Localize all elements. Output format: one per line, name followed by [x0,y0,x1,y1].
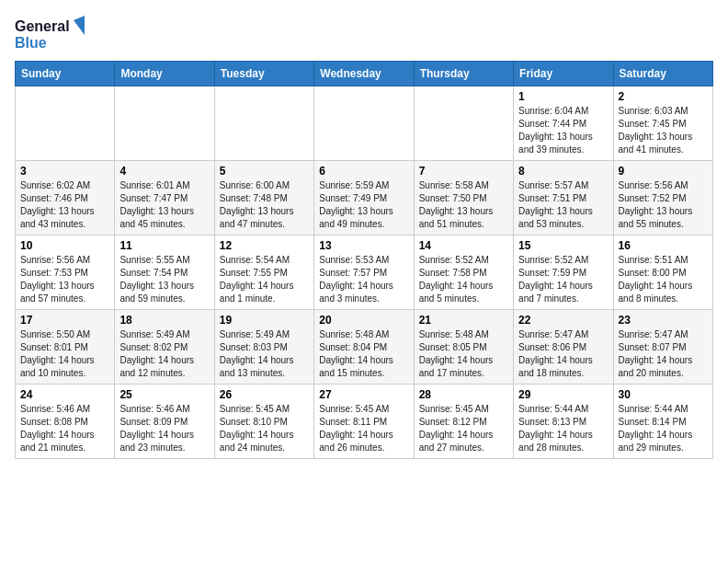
weekday-header-tuesday: Tuesday [214,62,313,86]
calendar-cell: 1Sunrise: 6:04 AMSunset: 7:44 PMDaylight… [514,86,613,161]
calendar-cell: 21Sunrise: 5:48 AMSunset: 8:05 PMDayligh… [414,310,513,385]
calendar-cell: 22Sunrise: 5:47 AMSunset: 8:06 PMDayligh… [514,310,613,385]
svg-marker-2 [74,16,85,35]
calendar-week-2: 3Sunrise: 6:02 AMSunset: 7:46 PMDaylight… [16,161,713,236]
day-info: Sunrise: 6:00 AMSunset: 7:48 PMDaylight:… [220,179,309,231]
day-info: Sunrise: 6:04 AMSunset: 7:44 PMDaylight:… [518,105,608,156]
day-info: Sunrise: 5:45 AMSunset: 8:12 PMDaylight:… [419,403,508,454]
day-number: 28 [419,388,508,401]
day-number: 18 [119,314,209,327]
calendar-cell: 17Sunrise: 5:50 AMSunset: 8:01 PMDayligh… [16,310,115,385]
day-info: Sunrise: 5:47 AMSunset: 8:06 PMDaylight:… [518,328,608,380]
calendar-week-5: 24Sunrise: 5:46 AMSunset: 8:08 PMDayligh… [16,385,713,459]
weekday-header-wednesday: Wednesday [314,62,414,86]
calendar-cell: 26Sunrise: 5:45 AMSunset: 8:10 PMDayligh… [214,385,313,459]
day-number: 17 [20,314,109,327]
day-info: Sunrise: 5:49 AMSunset: 8:02 PMDaylight:… [119,328,209,380]
day-info: Sunrise: 5:45 AMSunset: 8:10 PMDaylight:… [220,403,309,454]
calendar-cell: 7Sunrise: 5:58 AMSunset: 7:50 PMDaylight… [414,161,513,236]
day-info: Sunrise: 5:45 AMSunset: 8:11 PMDaylight:… [319,403,408,454]
day-info: Sunrise: 5:49 AMSunset: 8:03 PMDaylight:… [220,328,309,380]
weekday-header-sunday: Sunday [16,62,115,86]
calendar-cell: 12Sunrise: 5:54 AMSunset: 7:55 PMDayligh… [214,236,313,310]
calendar-week-3: 10Sunrise: 5:56 AMSunset: 7:53 PMDayligh… [16,236,713,310]
calendar-cell: 8Sunrise: 5:57 AMSunset: 7:51 PMDaylight… [514,161,613,236]
day-info: Sunrise: 5:48 AMSunset: 8:04 PMDaylight:… [319,328,408,380]
day-number: 26 [220,388,309,401]
day-number: 5 [220,165,309,178]
weekday-row: SundayMondayTuesdayWednesdayThursdayFrid… [16,62,713,86]
day-info: Sunrise: 5:57 AMSunset: 7:51 PMDaylight:… [518,179,608,231]
weekday-header-monday: Monday [115,62,214,86]
weekday-header-friday: Friday [514,62,613,86]
calendar-week-4: 17Sunrise: 5:50 AMSunset: 8:01 PMDayligh… [16,310,713,385]
calendar-cell: 10Sunrise: 5:56 AMSunset: 7:53 PMDayligh… [16,236,115,310]
day-info: Sunrise: 5:58 AMSunset: 7:50 PMDaylight:… [419,179,508,231]
calendar-cell: 2Sunrise: 6:03 AMSunset: 7:45 PMDaylight… [613,86,712,161]
day-number: 12 [220,239,309,252]
calendar-cell: 16Sunrise: 5:51 AMSunset: 8:00 PMDayligh… [613,236,712,310]
svg-text:General: General [15,18,70,34]
day-number: 2 [619,90,708,103]
day-number: 15 [518,239,608,252]
weekday-header-saturday: Saturday [613,62,712,86]
day-info: Sunrise: 5:44 AMSunset: 8:14 PMDaylight:… [619,403,708,454]
day-number: 1 [518,90,608,103]
calendar-cell: 3Sunrise: 6:02 AMSunset: 7:46 PMDaylight… [16,161,115,236]
day-number: 25 [119,388,209,401]
calendar-cell: 15Sunrise: 5:52 AMSunset: 7:59 PMDayligh… [514,236,613,310]
day-number: 14 [419,239,508,252]
calendar-cell [314,86,414,161]
day-number: 29 [518,388,608,401]
day-number: 3 [20,165,109,178]
calendar-cell [214,86,313,161]
calendar-week-1: 1Sunrise: 6:04 AMSunset: 7:44 PMDaylight… [16,86,713,161]
day-info: Sunrise: 5:56 AMSunset: 7:52 PMDaylight:… [619,179,708,231]
day-number: 22 [518,314,608,327]
day-info: Sunrise: 6:01 AMSunset: 7:47 PMDaylight:… [119,179,209,231]
calendar-cell: 23Sunrise: 5:47 AMSunset: 8:07 PMDayligh… [613,310,712,385]
day-number: 13 [319,239,408,252]
day-info: Sunrise: 5:46 AMSunset: 8:08 PMDaylight:… [20,403,109,454]
calendar-cell: 14Sunrise: 5:52 AMSunset: 7:58 PMDayligh… [414,236,513,310]
day-info: Sunrise: 5:56 AMSunset: 7:53 PMDaylight:… [20,254,109,305]
calendar-cell: 27Sunrise: 5:45 AMSunset: 8:11 PMDayligh… [314,385,414,459]
calendar-cell: 19Sunrise: 5:49 AMSunset: 8:03 PMDayligh… [214,310,313,385]
day-info: Sunrise: 5:54 AMSunset: 7:55 PMDaylight:… [220,254,309,305]
calendar-cell: 11Sunrise: 5:55 AMSunset: 7:54 PMDayligh… [115,236,214,310]
day-info: Sunrise: 5:52 AMSunset: 7:59 PMDaylight:… [518,254,608,305]
calendar-header: SundayMondayTuesdayWednesdayThursdayFrid… [16,62,713,86]
calendar-cell: 20Sunrise: 5:48 AMSunset: 8:04 PMDayligh… [314,310,414,385]
calendar-cell [16,86,115,161]
day-info: Sunrise: 5:47 AMSunset: 8:07 PMDaylight:… [619,328,708,380]
calendar-cell: 24Sunrise: 5:46 AMSunset: 8:08 PMDayligh… [16,385,115,459]
day-info: Sunrise: 5:51 AMSunset: 8:00 PMDaylight:… [619,254,708,305]
day-number: 9 [619,165,708,178]
day-info: Sunrise: 5:53 AMSunset: 7:57 PMDaylight:… [319,254,408,305]
calendar-cell [414,86,513,161]
calendar-cell: 18Sunrise: 5:49 AMSunset: 8:02 PMDayligh… [115,310,214,385]
day-number: 20 [319,314,408,327]
day-number: 19 [220,314,309,327]
day-number: 10 [20,239,109,252]
calendar-cell: 6Sunrise: 5:59 AMSunset: 7:49 PMDaylight… [314,161,414,236]
calendar-cell: 28Sunrise: 5:45 AMSunset: 8:12 PMDayligh… [414,385,513,459]
calendar-cell: 9Sunrise: 5:56 AMSunset: 7:52 PMDaylight… [613,161,712,236]
day-number: 27 [319,388,408,401]
day-info: Sunrise: 5:55 AMSunset: 7:54 PMDaylight:… [119,254,209,305]
day-number: 7 [419,165,508,178]
calendar-cell: 29Sunrise: 5:44 AMSunset: 8:13 PMDayligh… [514,385,613,459]
day-info: Sunrise: 5:59 AMSunset: 7:49 PMDaylight:… [319,179,408,231]
weekday-header-thursday: Thursday [414,62,513,86]
calendar-cell: 25Sunrise: 5:46 AMSunset: 8:09 PMDayligh… [115,385,214,459]
day-number: 16 [619,239,708,252]
calendar-cell: 30Sunrise: 5:44 AMSunset: 8:14 PMDayligh… [613,385,712,459]
day-info: Sunrise: 5:50 AMSunset: 8:01 PMDaylight:… [20,328,109,380]
logo-svg: GeneralBlue [15,15,88,52]
calendar-cell [115,86,214,161]
calendar-cell: 4Sunrise: 6:01 AMSunset: 7:47 PMDaylight… [115,161,214,236]
day-info: Sunrise: 5:52 AMSunset: 7:58 PMDaylight:… [419,254,508,305]
day-info: Sunrise: 5:48 AMSunset: 8:05 PMDaylight:… [419,328,508,380]
calendar-body: 1Sunrise: 6:04 AMSunset: 7:44 PMDaylight… [16,86,713,459]
day-info: Sunrise: 5:46 AMSunset: 8:09 PMDaylight:… [119,403,209,454]
